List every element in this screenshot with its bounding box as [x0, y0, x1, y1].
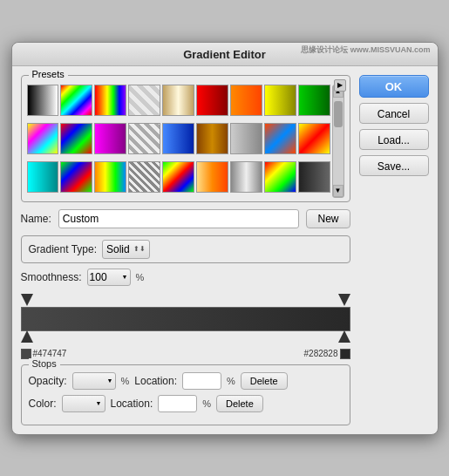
preset-17[interactable] [264, 123, 296, 155]
gradient-type-label: Gradient Type: [29, 243, 98, 255]
preset-21[interactable] [94, 161, 126, 194]
preset-13[interactable] [128, 123, 160, 155]
preset-6[interactable] [196, 85, 228, 117]
color-select-arrow-icon: ▼ [96, 400, 102, 406]
presets-group: Presets ▶ [21, 75, 350, 202]
preset-26[interactable] [264, 161, 296, 194]
location2-unit: % [202, 398, 211, 409]
location-label1: Location: [134, 375, 177, 387]
smoothness-select[interactable]: 100 ▼ [87, 269, 131, 286]
ok-button[interactable]: OK [359, 75, 429, 98]
smoothness-arrow-icon: ▼ [122, 274, 128, 280]
preset-5[interactable] [162, 85, 194, 117]
right-color-value: #282828 [304, 349, 338, 358]
bottom-right-stop[interactable] [338, 330, 350, 345]
smoothness-row: Smoothness: 100 ▼ % [21, 269, 350, 286]
right-color-label: #282828 [304, 349, 350, 359]
name-row: Name: New [21, 209, 350, 228]
right-panel: OK Cancel Load... Save... [359, 75, 429, 425]
right-color-swatch[interactable] [340, 349, 350, 359]
preset-19[interactable] [27, 161, 59, 194]
presets-scrollbar[interactable]: ▲ ▼ [332, 85, 344, 198]
opacity-unit: % [121, 376, 130, 386]
preset-11[interactable] [60, 123, 92, 155]
new-button[interactable]: New [306, 209, 350, 228]
opacity-row: Opacity: ▼ % Location: % Delete [29, 372, 343, 390]
window-title: Gradient Editor [183, 48, 266, 61]
save-button[interactable]: Save... [359, 155, 429, 176]
top-stop-row [21, 293, 350, 307]
name-label: Name: [21, 213, 51, 225]
presets-menu-button[interactable]: ▶ [334, 79, 346, 92]
svg-marker-2 [21, 330, 33, 343]
preset-23[interactable] [162, 161, 194, 194]
preset-24[interactable] [196, 161, 228, 194]
left-color-value: #474747 [33, 349, 67, 358]
color-row: Color: ▼ Location: % Delete [29, 395, 343, 412]
scroll-down-arrow[interactable]: ▼ [333, 185, 344, 197]
svg-marker-0 [21, 294, 33, 306]
stops-legend: Stops [29, 358, 60, 369]
cancel-button[interactable]: Cancel [359, 103, 429, 124]
left-panel: Presets ▶ [21, 75, 350, 425]
bottom-left-stop[interactable] [21, 330, 33, 345]
color-stop-label: Color: [29, 398, 57, 410]
preset-27[interactable] [298, 161, 330, 194]
opacity-select[interactable]: ▼ [72, 372, 116, 390]
gradient-type-arrow-icon: ⬆⬇ [133, 245, 146, 253]
preset-20[interactable] [60, 161, 92, 194]
opacity-arrow-icon: ▼ [107, 377, 113, 384]
location-label2: Location: [111, 398, 153, 410]
stops-group: Stops Opacity: ▼ % Location: % Delete [21, 364, 350, 425]
gradient-editor-window: Gradient Editor 思缘设计论坛 www.MISSVUAN.com … [11, 42, 439, 435]
location1-unit: % [227, 376, 235, 386]
delete-button-1[interactable]: Delete [241, 372, 288, 390]
svg-marker-1 [338, 294, 350, 306]
name-input[interactable] [58, 209, 300, 228]
preset-18[interactable] [298, 123, 330, 155]
preset-7[interactable] [230, 85, 262, 117]
smoothness-label: Smoothness: [21, 271, 82, 283]
bottom-stop-row [21, 331, 350, 345]
opacity-label: Opacity: [29, 375, 67, 387]
preset-22[interactable] [128, 161, 160, 194]
smoothness-value: 100 [90, 271, 107, 283]
preset-25[interactable] [230, 161, 262, 194]
gradient-type-value: Solid [106, 243, 130, 255]
preset-4[interactable] [128, 85, 160, 117]
load-button[interactable]: Load... [359, 129, 429, 150]
svg-marker-3 [338, 330, 350, 343]
top-right-stop[interactable] [338, 294, 350, 306]
gradient-type-select[interactable]: Solid ⬆⬇ [102, 240, 150, 259]
presets-inner: ▲ ▼ [27, 85, 344, 198]
preset-12[interactable] [94, 123, 126, 155]
preset-10[interactable] [27, 123, 59, 155]
preset-14[interactable] [162, 123, 194, 155]
gradient-type-row: Gradient Type: Solid ⬆⬇ [21, 235, 350, 263]
gradient-bar[interactable] [21, 307, 350, 331]
presets-grid [27, 85, 330, 198]
gradient-bar-container [21, 293, 350, 345]
scroll-thumb[interactable] [334, 101, 343, 127]
opacity-location-input[interactable] [182, 372, 221, 390]
preset-8[interactable] [264, 85, 296, 117]
watermark: 思缘设计论坛 www.MISSVUAN.com [301, 44, 430, 56]
preset-2[interactable] [60, 85, 92, 117]
preset-9[interactable] [298, 85, 330, 117]
presets-legend: Presets [29, 69, 68, 79]
color-location-input[interactable] [158, 395, 197, 412]
preset-1[interactable] [27, 85, 59, 117]
top-left-stop[interactable] [21, 294, 33, 306]
title-bar: Gradient Editor 思缘设计论坛 www.MISSVUAN.com [12, 43, 438, 66]
preset-16[interactable] [230, 123, 262, 155]
preset-3[interactable] [94, 85, 126, 117]
color-stop-select[interactable]: ▼ [62, 395, 105, 412]
preset-15[interactable] [196, 123, 228, 155]
color-labels: #474747 #282828 [21, 349, 350, 359]
delete-button-2[interactable]: Delete [216, 395, 263, 412]
smoothness-unit: % [136, 272, 145, 282]
